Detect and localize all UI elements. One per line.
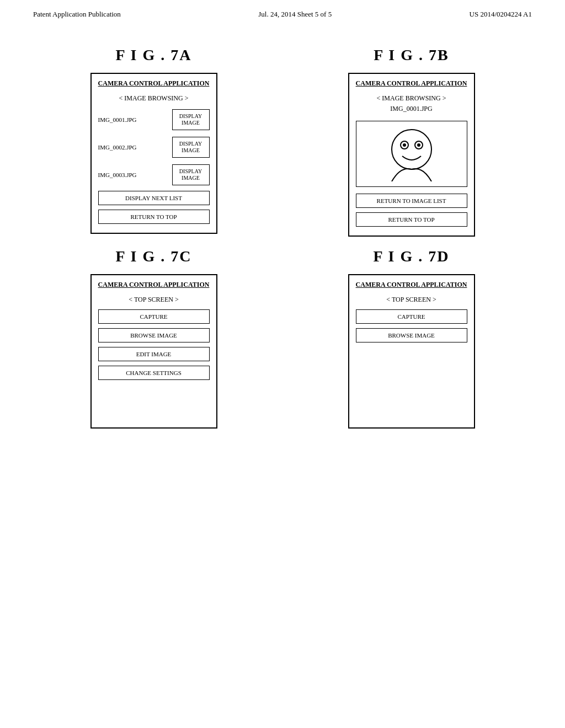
figures-container: F I G . 7A CAMERA CONTROL APPLICATION < … (0, 24, 565, 451)
svg-point-2 (403, 143, 406, 147)
figure-7b: F I G . 7B CAMERA CONTROL APPLICATION < … (291, 46, 532, 237)
face-image (356, 121, 467, 187)
fig7b-subtitle2: IMG_0001.JPG (390, 105, 432, 113)
fig7a-title: F I G . 7A (116, 46, 192, 64)
header-center: Jul. 24, 2014 Sheet 5 of 5 (258, 10, 332, 19)
display-image-btn-1[interactable]: DISPLAYIMAGE (172, 109, 210, 130)
fig7b-screen-title: CAMERA CONTROL APPLICATION (356, 79, 467, 88)
svg-point-0 (392, 130, 431, 169)
fig7c-browse-image-button[interactable]: BROWSE IMAGE (98, 328, 210, 342)
fig7c-edit-image-button[interactable]: EDIT IMAGE (98, 347, 210, 361)
fig7b-subtitle: < IMAGE BROWSING > (377, 94, 446, 103)
fig7c-screen-title: CAMERA CONTROL APPLICATION (98, 281, 210, 289)
svg-point-4 (417, 143, 420, 147)
figure-7a: F I G . 7A CAMERA CONTROL APPLICATION < … (33, 46, 274, 237)
fig7c-title: F I G . 7C (116, 248, 192, 265)
face-svg (387, 126, 436, 181)
figure-7d: F I G . 7D CAMERA CONTROL APPLICATION < … (291, 248, 532, 429)
fig7a-return-top-button[interactable]: RETURN TO TOP (98, 210, 210, 224)
header-left: Patent Application Publication (33, 10, 121, 19)
fig7b-return-top-button[interactable]: RETURN TO TOP (356, 212, 467, 227)
fig7b-screen: CAMERA CONTROL APPLICATION < IMAGE BROWS… (348, 73, 475, 237)
fig7a-screen: CAMERA CONTROL APPLICATION < IMAGE BROWS… (90, 73, 217, 234)
fig7b-title: F I G . 7B (374, 46, 449, 64)
fig7d-browse-image-button[interactable]: BROWSE IMAGE (356, 328, 467, 342)
fig7a-subtitle: < IMAGE BROWSING > (119, 94, 189, 103)
fig7d-screen-title: CAMERA CONTROL APPLICATION (356, 281, 467, 289)
page-header: Patent Application Publication Jul. 24, … (0, 0, 565, 24)
img-row-1: IMG_0001.JPG DISPLAYIMAGE (98, 109, 210, 130)
fig7d-screen: CAMERA CONTROL APPLICATION < TOP SCREEN … (348, 274, 475, 429)
fig7c-capture-button[interactable]: CAPTURE (98, 309, 210, 324)
img-row-3: IMG_0003.JPG DISPLAYIMAGE (98, 164, 210, 185)
header-right: US 2014/0204224 A1 (470, 10, 532, 19)
return-to-image-list-button[interactable]: RETURN TO IMAGE LIST (356, 194, 467, 208)
fig7a-screen-title: CAMERA CONTROL APPLICATION (98, 79, 210, 88)
fig7c-screen: CAMERA CONTROL APPLICATION < TOP SCREEN … (90, 274, 217, 429)
img-name-2: IMG_0002.JPG (98, 144, 169, 151)
display-next-list-button[interactable]: DISPLAY NEXT LIST (98, 191, 210, 205)
img-row-2: IMG_0002.JPG DISPLAYIMAGE (98, 137, 210, 158)
fig7c-subtitle: < TOP SCREEN > (129, 296, 178, 304)
img-name-3: IMG_0003.JPG (98, 172, 169, 178)
fig7d-subtitle: < TOP SCREEN > (386, 296, 436, 304)
display-image-btn-3[interactable]: DISPLAYIMAGE (172, 164, 210, 185)
figure-7c: F I G . 7C CAMERA CONTROL APPLICATION < … (33, 248, 274, 429)
img-name-1: IMG_0001.JPG (98, 116, 169, 123)
fig7c-change-settings-button[interactable]: CHANGE SETTINGS (98, 366, 210, 380)
display-image-btn-2[interactable]: DISPLAYIMAGE (172, 137, 210, 158)
fig7d-title: F I G . 7D (374, 248, 450, 265)
fig7d-capture-button[interactable]: CAPTURE (356, 309, 467, 324)
